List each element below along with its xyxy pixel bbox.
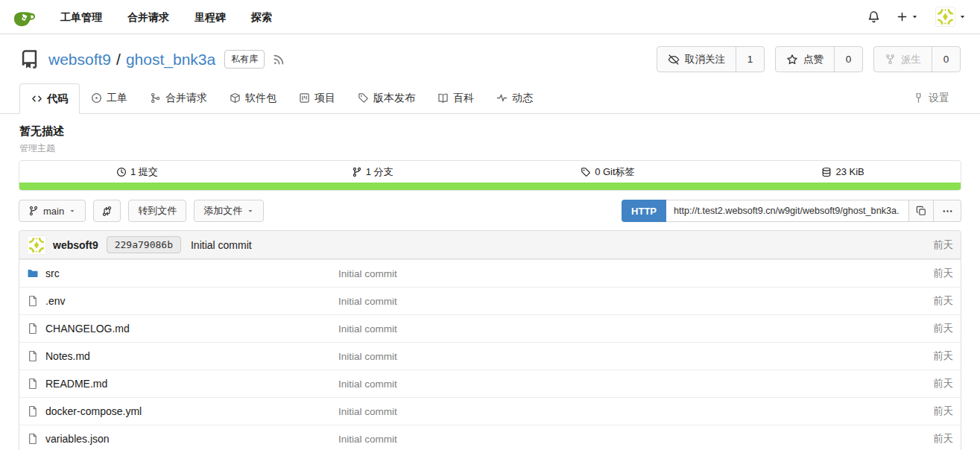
file-commit-message[interactable]: Initial commit: [338, 434, 856, 445]
file-link[interactable]: CHANGELOG.md: [27, 323, 338, 335]
nav-item-milestones[interactable]: 里程碑: [182, 0, 238, 34]
manage-topics-link[interactable]: 管理主题: [19, 142, 55, 155]
tab-settings[interactable]: 设置: [902, 83, 961, 113]
fork-icon: [885, 54, 896, 65]
more-options-button[interactable]: [934, 200, 961, 222]
code-icon: [31, 93, 42, 104]
git-compare-icon: [101, 206, 113, 217]
file-link[interactable]: variables.json: [27, 433, 338, 445]
package-icon: [230, 92, 241, 104]
star-icon: [786, 54, 798, 66]
book-icon: [437, 92, 449, 104]
file-commit-date: 前天: [856, 294, 953, 308]
file-commit-date: 前天: [856, 322, 953, 335]
tab-issues[interactable]: 工单: [80, 83, 139, 113]
branch-toolbar: main 转到文件 添加文件 HTTP http://t.test2.webso…: [19, 200, 961, 222]
file-commit-message[interactable]: Initial commit: [338, 406, 856, 417]
language-stats-bar[interactable]: [19, 183, 961, 190]
copy-url-button[interactable]: [909, 200, 934, 222]
tag-icon: [581, 167, 591, 177]
copy-icon: [916, 206, 926, 216]
http-protocol-button[interactable]: HTTP: [622, 200, 666, 222]
fork-button: 派生: [874, 47, 932, 72]
file-commit-message[interactable]: Initial commit: [338, 268, 856, 279]
tab-activity[interactable]: 动态: [485, 83, 544, 113]
file-commit-message[interactable]: Initial commit: [338, 296, 856, 307]
git-branch-icon: [28, 206, 39, 216]
repo-stats-box: 1 提交 1 分支 0 Git标签 23 KiB: [19, 160, 961, 191]
nav-item-explore[interactable]: 探索: [238, 0, 285, 34]
nav-item-issues[interactable]: 工单管理: [48, 0, 115, 34]
file-commit-message[interactable]: Initial commit: [338, 378, 856, 390]
commit-date: 前天: [933, 238, 953, 252]
star-button[interactable]: 点赞: [776, 47, 834, 72]
stat-branches[interactable]: 1 分支: [255, 161, 490, 183]
gitea-logo-icon[interactable]: [13, 6, 36, 28]
table-row: docker-compose.yml Initial commit 前天: [19, 397, 961, 425]
tab-releases[interactable]: 版本发布: [347, 83, 426, 113]
file-link[interactable]: src: [27, 267, 338, 279]
user-avatar: [935, 7, 955, 27]
repo-name-link[interactable]: ghost_bnk3a: [126, 51, 215, 69]
watchers-count[interactable]: 1: [736, 47, 764, 72]
compare-branches-button[interactable]: [93, 200, 121, 222]
repo-stats-row: 1 提交 1 分支 0 Git标签 23 KiB: [19, 161, 961, 183]
tab-wiki[interactable]: 百科: [426, 83, 485, 113]
nav-item-pull-requests[interactable]: 合并请求: [115, 0, 182, 34]
forks-count[interactable]: 0: [932, 47, 960, 72]
fork-button-group: 派生 0: [873, 46, 961, 72]
stat-commits[interactable]: 1 提交: [19, 161, 255, 183]
unwatch-button[interactable]: 取消关注: [657, 47, 736, 72]
rss-feed-icon[interactable]: [272, 53, 285, 66]
file-commit-message[interactable]: Initial commit: [338, 351, 856, 362]
clone-url-input[interactable]: http://t.test2.websoft9.cn/w9git/websoft…: [666, 200, 909, 222]
commit-message-link[interactable]: Initial commit: [191, 239, 252, 251]
file-link[interactable]: Notes.md: [27, 350, 338, 362]
star-button-group: 点赞 0: [775, 46, 863, 72]
nav-links: 工单管理 合并请求 里程碑 探索: [48, 0, 285, 34]
repo-owner-link[interactable]: websoft9: [48, 51, 111, 69]
commit-author-link[interactable]: websoft9: [53, 239, 98, 251]
file-link[interactable]: .env: [27, 295, 338, 307]
table-row: README.md Initial commit 前天: [19, 370, 961, 397]
file-link[interactable]: README.md: [27, 378, 338, 390]
plus-icon: [897, 11, 908, 22]
file-link[interactable]: docker-compose.yml: [27, 405, 338, 417]
repo-tabs: 代码 工单 合并请求 软件包 项目 版本发布 百科 动态 设置: [0, 83, 980, 114]
repo-title: websoft9 / ghost_bnk3a: [48, 51, 215, 69]
nav-right: [867, 7, 967, 27]
add-file-dropdown[interactable]: 添加文件: [194, 200, 264, 222]
wrench-icon: [913, 92, 924, 104]
tab-pull-requests[interactable]: 合并请求: [139, 83, 218, 113]
goto-file-button[interactable]: 转到文件: [128, 200, 186, 222]
latest-commit-row: websoft9 229a79086b Initial commit 前天: [19, 231, 961, 259]
folder-icon: [27, 267, 39, 279]
repo-actions: 取消关注 1 点赞 0 派生 0: [657, 46, 961, 72]
notifications-bell-icon[interactable]: [867, 10, 880, 23]
file-commit-message[interactable]: Initial commit: [338, 323, 856, 335]
create-new-dropdown[interactable]: [897, 11, 919, 22]
stat-repo-size: 23 KiB: [725, 161, 961, 183]
stat-git-tags[interactable]: 0 Git标签: [490, 161, 726, 183]
file-icon: [27, 323, 39, 335]
stars-count[interactable]: 0: [834, 47, 862, 72]
tab-code[interactable]: 代码: [19, 83, 80, 114]
tab-packages[interactable]: 软件包: [218, 83, 288, 113]
empty-description-text: 暂无描述: [19, 124, 961, 139]
repo-title-separator: /: [116, 51, 121, 69]
project-board-icon: [299, 92, 310, 104]
table-row: Notes.md Initial commit 前天: [19, 342, 961, 370]
issue-circle-dot-icon: [91, 92, 102, 104]
commit-sha-link[interactable]: 229a79086b: [107, 236, 181, 253]
private-repo-badge: 私有库: [224, 50, 265, 69]
top-navbar: 工单管理 合并请求 里程碑 探索: [0, 0, 980, 34]
file-table: websoft9 229a79086b Initial commit 前天 sr…: [19, 230, 961, 450]
user-menu-dropdown[interactable]: [935, 7, 967, 27]
caret-down-icon: [247, 207, 254, 215]
eye-slash-icon: [668, 54, 680, 66]
branch-dropdown[interactable]: main: [19, 200, 86, 222]
commit-author-avatar[interactable]: [27, 235, 46, 255]
repo-header: websoft9 / ghost_bnk3a 私有库 取消关注 1 点赞 0 派…: [0, 34, 980, 72]
tab-projects[interactable]: 项目: [288, 83, 347, 113]
table-row: variables.json Initial commit 前天: [19, 425, 961, 450]
